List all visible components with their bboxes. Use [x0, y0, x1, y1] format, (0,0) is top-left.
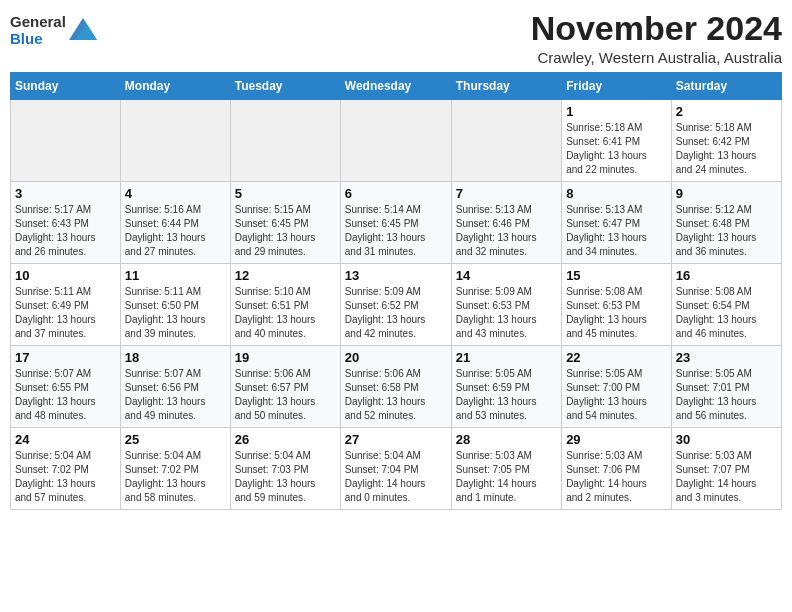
calendar-cell: 14Sunrise: 5:09 AM Sunset: 6:53 PM Dayli… [451, 264, 561, 346]
day-number: 28 [456, 432, 557, 447]
day-detail: Sunrise: 5:10 AM Sunset: 6:51 PM Dayligh… [235, 285, 336, 341]
calendar-week-row: 17Sunrise: 5:07 AM Sunset: 6:55 PM Dayli… [11, 346, 782, 428]
day-number: 16 [676, 268, 777, 283]
day-detail: Sunrise: 5:04 AM Sunset: 7:02 PM Dayligh… [15, 449, 116, 505]
day-number: 9 [676, 186, 777, 201]
day-number: 21 [456, 350, 557, 365]
calendar-cell [120, 100, 230, 182]
calendar-cell: 11Sunrise: 5:11 AM Sunset: 6:50 PM Dayli… [120, 264, 230, 346]
logo-blue: Blue [10, 30, 43, 47]
location-subtitle: Crawley, Western Australia, Australia [531, 49, 782, 66]
calendar-week-row: 1Sunrise: 5:18 AM Sunset: 6:41 PM Daylig… [11, 100, 782, 182]
calendar-cell: 1Sunrise: 5:18 AM Sunset: 6:41 PM Daylig… [562, 100, 672, 182]
day-detail: Sunrise: 5:15 AM Sunset: 6:45 PM Dayligh… [235, 203, 336, 259]
day-detail: Sunrise: 5:09 AM Sunset: 6:52 PM Dayligh… [345, 285, 447, 341]
calendar-cell: 6Sunrise: 5:14 AM Sunset: 6:45 PM Daylig… [340, 182, 451, 264]
title-block: November 2024 Crawley, Western Australia… [531, 10, 782, 66]
day-number: 13 [345, 268, 447, 283]
day-number: 11 [125, 268, 226, 283]
calendar-cell: 29Sunrise: 5:03 AM Sunset: 7:06 PM Dayli… [562, 428, 672, 510]
day-detail: Sunrise: 5:12 AM Sunset: 6:48 PM Dayligh… [676, 203, 777, 259]
day-number: 23 [676, 350, 777, 365]
day-detail: Sunrise: 5:13 AM Sunset: 6:47 PM Dayligh… [566, 203, 667, 259]
weekday-header-row: SundayMondayTuesdayWednesdayThursdayFrid… [11, 73, 782, 100]
logo-icon [69, 18, 97, 40]
calendar-cell: 13Sunrise: 5:09 AM Sunset: 6:52 PM Dayli… [340, 264, 451, 346]
day-detail: Sunrise: 5:18 AM Sunset: 6:42 PM Dayligh… [676, 121, 777, 177]
weekday-header-friday: Friday [562, 73, 672, 100]
calendar-cell: 16Sunrise: 5:08 AM Sunset: 6:54 PM Dayli… [671, 264, 781, 346]
weekday-header-saturday: Saturday [671, 73, 781, 100]
calendar-cell [340, 100, 451, 182]
day-number: 29 [566, 432, 667, 447]
day-detail: Sunrise: 5:06 AM Sunset: 6:58 PM Dayligh… [345, 367, 447, 423]
day-number: 4 [125, 186, 226, 201]
day-number: 27 [345, 432, 447, 447]
weekday-header-wednesday: Wednesday [340, 73, 451, 100]
day-number: 5 [235, 186, 336, 201]
calendar-cell: 30Sunrise: 5:03 AM Sunset: 7:07 PM Dayli… [671, 428, 781, 510]
calendar-cell: 26Sunrise: 5:04 AM Sunset: 7:03 PM Dayli… [230, 428, 340, 510]
day-number: 10 [15, 268, 116, 283]
day-number: 25 [125, 432, 226, 447]
month-title: November 2024 [531, 10, 782, 47]
day-number: 3 [15, 186, 116, 201]
day-number: 18 [125, 350, 226, 365]
calendar-cell: 19Sunrise: 5:06 AM Sunset: 6:57 PM Dayli… [230, 346, 340, 428]
calendar-cell: 9Sunrise: 5:12 AM Sunset: 6:48 PM Daylig… [671, 182, 781, 264]
calendar-cell: 15Sunrise: 5:08 AM Sunset: 6:53 PM Dayli… [562, 264, 672, 346]
day-detail: Sunrise: 5:03 AM Sunset: 7:05 PM Dayligh… [456, 449, 557, 505]
day-detail: Sunrise: 5:14 AM Sunset: 6:45 PM Dayligh… [345, 203, 447, 259]
day-detail: Sunrise: 5:03 AM Sunset: 7:07 PM Dayligh… [676, 449, 777, 505]
day-number: 30 [676, 432, 777, 447]
calendar-cell: 23Sunrise: 5:05 AM Sunset: 7:01 PM Dayli… [671, 346, 781, 428]
day-detail: Sunrise: 5:11 AM Sunset: 6:49 PM Dayligh… [15, 285, 116, 341]
day-number: 14 [456, 268, 557, 283]
day-number: 24 [15, 432, 116, 447]
day-number: 22 [566, 350, 667, 365]
calendar-cell: 7Sunrise: 5:13 AM Sunset: 6:46 PM Daylig… [451, 182, 561, 264]
day-detail: Sunrise: 5:16 AM Sunset: 6:44 PM Dayligh… [125, 203, 226, 259]
day-detail: Sunrise: 5:04 AM Sunset: 7:03 PM Dayligh… [235, 449, 336, 505]
calendar-cell: 4Sunrise: 5:16 AM Sunset: 6:44 PM Daylig… [120, 182, 230, 264]
day-detail: Sunrise: 5:05 AM Sunset: 7:00 PM Dayligh… [566, 367, 667, 423]
calendar-week-row: 24Sunrise: 5:04 AM Sunset: 7:02 PM Dayli… [11, 428, 782, 510]
calendar-cell: 18Sunrise: 5:07 AM Sunset: 6:56 PM Dayli… [120, 346, 230, 428]
calendar-cell: 3Sunrise: 5:17 AM Sunset: 6:43 PM Daylig… [11, 182, 121, 264]
day-detail: Sunrise: 5:09 AM Sunset: 6:53 PM Dayligh… [456, 285, 557, 341]
calendar-cell: 24Sunrise: 5:04 AM Sunset: 7:02 PM Dayli… [11, 428, 121, 510]
calendar-cell: 5Sunrise: 5:15 AM Sunset: 6:45 PM Daylig… [230, 182, 340, 264]
calendar-table: SundayMondayTuesdayWednesdayThursdayFrid… [10, 72, 782, 510]
day-number: 17 [15, 350, 116, 365]
day-detail: Sunrise: 5:07 AM Sunset: 6:56 PM Dayligh… [125, 367, 226, 423]
day-detail: Sunrise: 5:11 AM Sunset: 6:50 PM Dayligh… [125, 285, 226, 341]
calendar-cell [451, 100, 561, 182]
calendar-cell: 8Sunrise: 5:13 AM Sunset: 6:47 PM Daylig… [562, 182, 672, 264]
day-detail: Sunrise: 5:04 AM Sunset: 7:04 PM Dayligh… [345, 449, 447, 505]
calendar-cell [230, 100, 340, 182]
day-detail: Sunrise: 5:06 AM Sunset: 6:57 PM Dayligh… [235, 367, 336, 423]
calendar-cell: 27Sunrise: 5:04 AM Sunset: 7:04 PM Dayli… [340, 428, 451, 510]
day-number: 6 [345, 186, 447, 201]
day-number: 7 [456, 186, 557, 201]
day-number: 20 [345, 350, 447, 365]
day-number: 1 [566, 104, 667, 119]
calendar-cell: 21Sunrise: 5:05 AM Sunset: 6:59 PM Dayli… [451, 346, 561, 428]
day-detail: Sunrise: 5:08 AM Sunset: 6:53 PM Dayligh… [566, 285, 667, 341]
day-detail: Sunrise: 5:17 AM Sunset: 6:43 PM Dayligh… [15, 203, 116, 259]
day-number: 19 [235, 350, 336, 365]
calendar-cell: 22Sunrise: 5:05 AM Sunset: 7:00 PM Dayli… [562, 346, 672, 428]
calendar-cell: 28Sunrise: 5:03 AM Sunset: 7:05 PM Dayli… [451, 428, 561, 510]
calendar-cell: 2Sunrise: 5:18 AM Sunset: 6:42 PM Daylig… [671, 100, 781, 182]
day-detail: Sunrise: 5:07 AM Sunset: 6:55 PM Dayligh… [15, 367, 116, 423]
day-detail: Sunrise: 5:13 AM Sunset: 6:46 PM Dayligh… [456, 203, 557, 259]
weekday-header-tuesday: Tuesday [230, 73, 340, 100]
calendar-cell: 10Sunrise: 5:11 AM Sunset: 6:49 PM Dayli… [11, 264, 121, 346]
page-header: General Blue November 2024 Crawley, West… [10, 10, 782, 66]
weekday-header-monday: Monday [120, 73, 230, 100]
weekday-header-sunday: Sunday [11, 73, 121, 100]
day-detail: Sunrise: 5:05 AM Sunset: 7:01 PM Dayligh… [676, 367, 777, 423]
calendar-cell: 20Sunrise: 5:06 AM Sunset: 6:58 PM Dayli… [340, 346, 451, 428]
day-detail: Sunrise: 5:04 AM Sunset: 7:02 PM Dayligh… [125, 449, 226, 505]
weekday-header-thursday: Thursday [451, 73, 561, 100]
